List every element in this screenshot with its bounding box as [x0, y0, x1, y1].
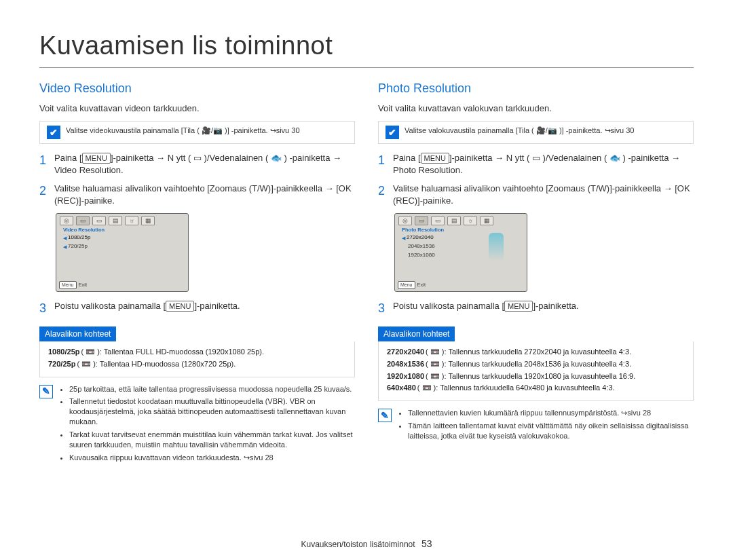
section-intro: Voit valita kuvattavan valokuvan tarkkuu… [378, 102, 694, 115]
step-text: Valitse haluamasi alivalikon vaihtoehto … [393, 183, 548, 193]
submenu-items: 2720x2040( 📼 ): Tallennus tarkkuudella 2… [378, 341, 694, 401]
video-resolution-column: Video Resolution Voit valita kuvattavan … [39, 80, 355, 465]
check-icon: ✔ [386, 126, 399, 139]
submenu-item-key: 1080/25p [48, 347, 79, 357]
step-text: Paina [54, 153, 79, 163]
step-2: 2 Valitse haluamasi alivalikon vaihtoeht… [378, 183, 694, 206]
tip-text: Valitse videokuvaustila painamalla [Tila… [66, 126, 300, 135]
footer-section: Kuvauksen/toiston lisätoiminnot [301, 540, 415, 549]
lcd-option: ◀720/25p [56, 242, 188, 251]
menu-key-icon: Menu [59, 281, 77, 289]
submenu-item-desc: ( 📼 ): Tallennus tarkkuudella 640x480 ja… [417, 383, 615, 393]
submenu-item-key: 720/25p [48, 359, 75, 369]
note-item: Tallennetut tiedostot koodataan muuttuva… [69, 396, 355, 427]
step-number: 1 [39, 152, 54, 176]
step-text: ]-painikkeella → [ [609, 183, 677, 193]
menu-key: MENU [504, 301, 533, 312]
note-item: Tarkat kuvat tarvitsevat enemmän muistit… [69, 430, 355, 450]
step-2: 2 Valitse haluamasi alivalikon vaihtoeht… [39, 183, 355, 206]
step-number: 3 [378, 300, 393, 316]
step-text: ]-painiketta. [194, 301, 240, 311]
menu-key: MENU [82, 153, 111, 164]
page-number: 53 [421, 538, 432, 549]
step-text: Poistu valikosta painamalla [ [54, 301, 166, 311]
step-3: 3 Poistu valikosta painamalla [MENU]-pai… [378, 300, 694, 316]
lcd-tab-icon: ▦ [141, 216, 155, 225]
lcd-tab-icon: ▭ [415, 216, 428, 225]
menu-key-icon: Menu [398, 281, 415, 289]
selected-icon: ◀ [63, 244, 67, 250]
step-number: 2 [378, 183, 393, 206]
lcd-exit: MenuExit [59, 281, 87, 289]
lcd-tab-icon: ▭ [92, 216, 106, 225]
tip-box: ✔ Valitse valokuvaustila painamalla [Til… [378, 121, 694, 144]
submenu-header: Alavalikon kohteet [378, 326, 455, 341]
submenu-header: Alavalikon kohteet [39, 326, 116, 341]
step-1: 1 Paina [MENU]-painiketta → N ytt ( ▭ )/… [378, 152, 694, 176]
lcd-tab-icon: ▤ [447, 216, 461, 225]
note-icon: ✎ [39, 385, 53, 398]
page-title: Kuvaamisen lis toiminnot [39, 29, 694, 68]
notes-box: ✎ 25p tarkoittaa, että laite tallentaa p… [39, 384, 355, 466]
lcd-tab-icon: ▤ [109, 216, 122, 225]
notes-box: ✎ Tallennettavien kuvien lukumäärä riipp… [378, 408, 694, 444]
step-text: ]-painiketta. [533, 301, 578, 311]
submenu-item-key: 640x480 [387, 383, 416, 393]
submenu-item-desc: ( 📼 ): Tallennus tarkkuudella 1920x1080 … [426, 371, 635, 381]
section-heading: Video Resolution [39, 80, 355, 96]
lcd-tab-icon: ☼ [464, 216, 477, 225]
submenu-item-desc: ( 📼 ): Tallennus tarkkuudella 2048x1536 … [426, 359, 631, 369]
tip-text: Valitse valokuvaustila painamalla [Tila … [405, 126, 634, 135]
menu-key: MENU [166, 301, 194, 312]
submenu-items: 1080/25p( 📼 ): Tallentaa FULL HD-muodoss… [39, 341, 355, 377]
selected-icon: ◀ [63, 235, 67, 241]
submenu-item-key: 1920x1080 [387, 371, 424, 381]
step-text: Paina [393, 153, 418, 163]
lcd-mock-photo: ◎ ▭ ▭ ▤ ☼ ▦ Photo Resolution ◀2720x2040 … [394, 213, 527, 292]
zoom-key: Zoomaus (T/W) [548, 183, 609, 193]
check-icon: ✔ [47, 126, 60, 139]
lcd-option: 2048x1536 [395, 242, 527, 251]
submenu-item-desc: ( 📼 ): Tallentaa HD-muodossa (1280x720 2… [77, 359, 236, 369]
step-text: ]-painike. [417, 195, 453, 206]
note-item: Kuvausaika riippuu kuvattavan videon tar… [69, 453, 355, 463]
lcd-tabbar: ◎ ▭ ▭ ▤ ☼ ▦ [395, 214, 527, 225]
lcd-mock-video: ◎ ▭ ▭ ▤ ☼ ▦ Video Resolution ◀1080/25p ◀… [56, 213, 189, 292]
lcd-highlight-gradient [489, 233, 504, 261]
step-text: ]-painike. [79, 195, 115, 206]
step-3: 3 Poistu valikosta painamalla [MENU]-pai… [39, 300, 355, 316]
note-icon: ✎ [378, 409, 392, 422]
lcd-tab-icon: ◎ [60, 216, 73, 225]
step-text: Valitse haluamasi alivalikon vaihtoehto … [54, 183, 210, 193]
lcd-tab-icon: ▭ [431, 216, 445, 225]
photo-resolution-column: Photo Resolution Voit valita kuvattavan … [378, 80, 694, 465]
step-1: 1 Paina [MENU]-painiketta → N ytt ( ▭ )/… [39, 152, 355, 176]
submenu-item-key: 2048x1536 [387, 359, 424, 369]
notes-list: 25p tarkoittaa, että laite tallentaa pro… [58, 384, 355, 466]
note-item: Tämän laitteen tallentamat kuvat eivät v… [408, 421, 694, 441]
lcd-tabbar: ◎ ▭ ▭ ▤ ☼ ▦ [56, 214, 188, 225]
note-item: Tallennettavien kuvien lukumäärä riippuu… [408, 408, 694, 418]
lcd-option: ◀2720x2040 [395, 234, 527, 242]
step-number: 3 [39, 300, 54, 316]
lcd-option: ◀1080/25p [56, 234, 188, 242]
step-number: 2 [39, 183, 54, 206]
menu-key: MENU [421, 153, 449, 164]
step-text: Poistu valikosta painamalla [ [393, 301, 504, 311]
section-intro: Voit valita kuvattavan videon tarkkuuden… [39, 102, 355, 115]
section-heading: Photo Resolution [378, 80, 694, 96]
lcd-title: Video Resolution [56, 225, 188, 234]
step-number: 1 [378, 152, 393, 176]
lcd-title: Photo Resolution [395, 225, 527, 234]
lcd-option: 1920x1080 [395, 251, 527, 260]
lcd-tab-icon: ☼ [125, 216, 138, 225]
selected-icon: ◀ [402, 235, 405, 241]
lcd-tab-icon: ◎ [398, 216, 412, 225]
submenu-item-key: 2720x2040 [387, 347, 424, 357]
note-item: 25p tarkoittaa, että laite tallentaa pro… [69, 384, 355, 394]
tip-box: ✔ Valitse videokuvaustila painamalla [Ti… [39, 121, 355, 144]
zoom-key: Zoomaus (T/W) [210, 183, 271, 193]
lcd-tab-icon: ▭ [76, 216, 90, 225]
notes-list: Tallennettavien kuvien lukumäärä riippuu… [397, 408, 694, 444]
submenu-item-desc: ( 📼 ): Tallennus tarkkuudella 2720x2040 … [426, 347, 631, 357]
